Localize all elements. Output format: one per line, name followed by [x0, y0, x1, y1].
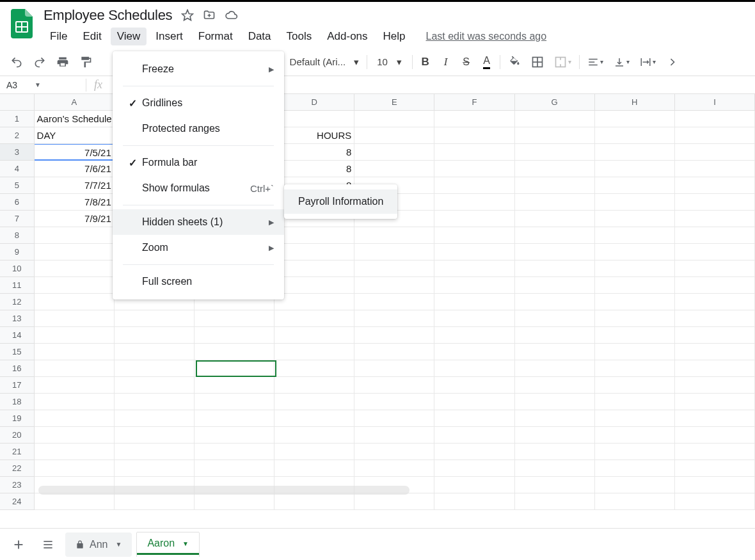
cell[interactable] — [274, 344, 354, 360]
cell[interactable] — [595, 427, 675, 444]
cell[interactable] — [515, 277, 595, 294]
cell[interactable] — [274, 327, 354, 344]
name-box[interactable]: A3 — [0, 80, 35, 90]
cell[interactable] — [434, 493, 514, 510]
cell[interactable] — [354, 144, 434, 161]
cell[interactable] — [515, 477, 595, 493]
cell[interactable] — [274, 427, 354, 444]
cell[interactable] — [274, 244, 354, 260]
cell[interactable] — [35, 260, 115, 277]
cell[interactable] — [595, 477, 675, 493]
col-header[interactable]: E — [354, 94, 434, 110]
menu-edit[interactable]: Edit — [76, 28, 107, 45]
cell[interactable] — [35, 410, 115, 427]
cell[interactable] — [515, 211, 595, 227]
cell[interactable] — [195, 460, 274, 477]
cell[interactable] — [434, 144, 514, 161]
cell[interactable] — [35, 344, 115, 360]
cell[interactable] — [515, 177, 595, 194]
cell[interactable] — [515, 327, 595, 344]
row-header[interactable]: 15 — [0, 344, 35, 360]
more-button[interactable] — [662, 52, 683, 72]
cell[interactable] — [434, 227, 514, 244]
cell[interactable] — [434, 427, 514, 444]
cell[interactable] — [434, 344, 514, 360]
cell[interactable] — [195, 427, 274, 444]
cell[interactable] — [274, 277, 354, 294]
cell[interactable] — [354, 344, 434, 360]
cell[interactable] — [675, 310, 755, 327]
row-header[interactable]: 14 — [0, 327, 35, 344]
cell[interactable] — [515, 161, 595, 177]
text-color-button[interactable]: A — [478, 52, 496, 72]
sheet-tab-ann[interactable]: Ann ▼ — [65, 532, 132, 557]
cell[interactable] — [675, 161, 755, 177]
sheets-logo-icon[interactable] — [9, 7, 35, 40]
print-button[interactable] — [52, 52, 73, 72]
cell[interactable] — [274, 111, 354, 127]
cell[interactable] — [35, 360, 115, 377]
cell[interactable] — [434, 477, 514, 493]
select-all-corner[interactable] — [0, 94, 35, 110]
cell[interactable] — [354, 394, 434, 410]
cell[interactable] — [595, 394, 675, 410]
menu-freeze[interactable]: Freeze▶ — [113, 56, 284, 82]
cell[interactable] — [354, 244, 434, 260]
row-header[interactable]: 1 — [0, 111, 35, 127]
row-header[interactable]: 20 — [0, 427, 35, 444]
row-header[interactable]: 23 — [0, 477, 35, 493]
col-header[interactable]: H — [595, 94, 675, 110]
cell[interactable] — [515, 260, 595, 277]
menu-view[interactable]: View — [111, 28, 147, 45]
cell[interactable] — [515, 111, 595, 127]
cell[interactable] — [354, 377, 434, 394]
cell[interactable] — [515, 427, 595, 444]
cell[interactable] — [515, 444, 595, 460]
menu-tools[interactable]: Tools — [280, 28, 319, 45]
cell[interactable] — [354, 410, 434, 427]
font-selector[interactable]: Default (Ari...▾ — [286, 56, 363, 68]
cell[interactable] — [354, 327, 434, 344]
cell[interactable] — [35, 493, 115, 510]
add-sheet-button[interactable] — [6, 532, 31, 557]
cell[interactable]: 7/7/21 — [35, 177, 115, 194]
row-header[interactable]: 21 — [0, 444, 35, 460]
cell[interactable] — [515, 344, 595, 360]
menu-file[interactable]: File — [44, 28, 74, 45]
cell[interactable]: HOURS — [274, 127, 354, 144]
cell[interactable] — [675, 427, 755, 444]
row-header[interactable]: 3 — [0, 144, 35, 161]
row-header[interactable]: 5 — [0, 177, 35, 194]
row-header[interactable]: 2 — [0, 127, 35, 144]
menu-data[interactable]: Data — [242, 28, 278, 45]
star-icon[interactable] — [181, 9, 194, 22]
cell[interactable] — [515, 410, 595, 427]
cell[interactable] — [35, 227, 115, 244]
cell[interactable] — [434, 410, 514, 427]
cell[interactable] — [595, 161, 675, 177]
cell[interactable] — [115, 410, 195, 427]
cell[interactable] — [675, 244, 755, 260]
cell[interactable] — [675, 460, 755, 477]
all-sheets-button[interactable] — [36, 532, 60, 557]
menu-protected-ranges[interactable]: Protected ranges — [113, 116, 284, 141]
cell[interactable] — [354, 493, 434, 510]
name-box-dropdown-icon[interactable]: ▼ — [35, 81, 41, 88]
cell[interactable] — [434, 194, 514, 211]
cell[interactable] — [35, 277, 115, 294]
col-header[interactable]: D — [274, 94, 354, 110]
cell[interactable] — [595, 111, 675, 127]
cell[interactable] — [595, 177, 675, 194]
redo-button[interactable] — [29, 52, 50, 72]
cell[interactable] — [675, 227, 755, 244]
cell[interactable] — [35, 294, 115, 310]
cell[interactable] — [115, 444, 195, 460]
cell[interactable] — [675, 177, 755, 194]
cell[interactable] — [595, 344, 675, 360]
cell[interactable] — [595, 194, 675, 211]
cell[interactable] — [115, 310, 195, 327]
cell[interactable] — [195, 493, 274, 510]
cell[interactable]: 8 — [274, 161, 354, 177]
cell[interactable] — [515, 127, 595, 144]
cell[interactable]: 7/8/21 — [35, 194, 115, 211]
